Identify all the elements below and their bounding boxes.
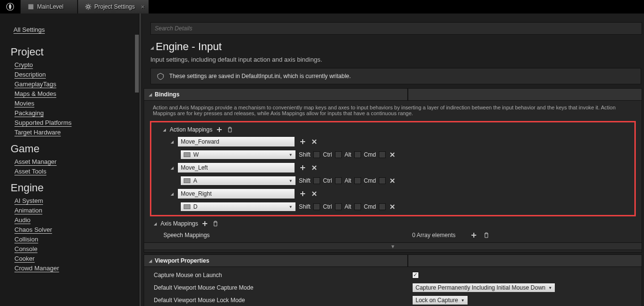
sidebar-item[interactable]: Target Hardware xyxy=(14,129,142,136)
tab-project-settings[interactable]: Project Settings ✕ xyxy=(78,0,149,13)
checkbox-alt[interactable] xyxy=(354,177,361,184)
plus-icon[interactable] xyxy=(215,126,223,133)
key-binding-row: D▼ShiftCtrlAltCmd xyxy=(153,200,632,213)
close-icon[interactable]: ✕ xyxy=(141,4,145,10)
checkbox-shift[interactable] xyxy=(313,177,320,184)
chevron-down-icon[interactable]: ◢ xyxy=(171,166,174,170)
action-mappings-row: ◢ Action Mappings xyxy=(153,124,632,135)
cmd-modifier: Cmd xyxy=(364,203,376,210)
sidebar-item[interactable]: Console xyxy=(14,245,142,253)
ctrl-modifier: Ctrl xyxy=(323,151,332,158)
plus-icon[interactable] xyxy=(470,231,478,239)
sidebar-item[interactable]: Cooker xyxy=(14,255,142,262)
shift-modifier: Shift xyxy=(299,151,310,158)
settings-sidebar: All Settings ProjectCryptoDescriptionGam… xyxy=(0,13,142,306)
category-header: Engine xyxy=(11,182,142,194)
page-title: Engine - Input xyxy=(150,40,644,53)
alt-modifier: Alt xyxy=(345,151,351,158)
plus-icon[interactable] xyxy=(201,220,209,227)
trash-icon[interactable] xyxy=(483,231,490,239)
action-name-input[interactable] xyxy=(177,162,295,173)
checkbox-capture-launch[interactable] xyxy=(412,272,419,279)
section-bindings: ◢ Bindings Action and Axis Mappings prov… xyxy=(144,88,642,253)
keyboard-icon xyxy=(184,178,190,183)
checkbox-cmd[interactable] xyxy=(379,177,386,184)
category-header: Game xyxy=(11,143,142,155)
sidebar-item[interactable]: Asset Tools xyxy=(14,168,142,175)
checkbox-ctrl[interactable] xyxy=(335,151,342,158)
cmd-modifier: Cmd xyxy=(364,151,376,158)
expand-toggle[interactable]: ▼ xyxy=(144,242,642,250)
chevron-down-icon: ▼ xyxy=(289,179,293,183)
shift-modifier: Shift xyxy=(299,177,310,184)
checkbox-cmd[interactable] xyxy=(379,203,386,210)
tab-main-level[interactable]: MainLevel xyxy=(20,0,78,13)
key-select[interactable]: W▼ xyxy=(180,150,296,160)
sidebar-item[interactable]: GameplayTags xyxy=(14,80,142,88)
sidebar-item[interactable]: Collision xyxy=(14,236,142,243)
sidebar-item[interactable]: Animation xyxy=(14,207,142,214)
checkbox-shift[interactable] xyxy=(313,151,320,158)
checkbox-ctrl[interactable] xyxy=(335,203,342,210)
section-header[interactable]: ◢ Bindings xyxy=(144,88,408,101)
plus-icon[interactable] xyxy=(299,164,307,172)
chevron-down-icon[interactable]: ◢ xyxy=(163,128,167,132)
chevron-down-icon: ◢ xyxy=(149,259,152,263)
ctrl-modifier: Ctrl xyxy=(323,177,332,184)
sidebar-item[interactable]: AI System xyxy=(14,197,142,204)
sidebar-item[interactable]: Movies xyxy=(14,100,142,107)
trash-icon[interactable] xyxy=(212,220,219,227)
checkbox-alt[interactable] xyxy=(354,203,361,210)
action-mapping-row: ◢ xyxy=(153,187,632,200)
page-subtitle: Input settings, including default input … xyxy=(150,56,644,63)
engine-logo-icon xyxy=(0,0,20,13)
chevron-down-icon[interactable]: ◢ xyxy=(154,222,158,226)
sidebar-item[interactable]: Crowd Manager xyxy=(14,265,142,272)
chevron-down-icon[interactable]: ◢ xyxy=(171,140,174,144)
remove-icon[interactable] xyxy=(310,190,318,198)
section-header-right xyxy=(408,88,642,101)
chevron-down-icon: ◢ xyxy=(149,93,152,97)
action-name-input[interactable] xyxy=(177,136,295,147)
remove-icon[interactable] xyxy=(389,151,396,159)
sidebar-item[interactable]: Maps & Modes xyxy=(14,90,142,97)
cmd-modifier: Cmd xyxy=(364,177,376,184)
remove-icon[interactable] xyxy=(389,177,396,185)
bindings-description: Action and Axis Mappings provide a mecha… xyxy=(144,103,642,119)
checkbox-alt[interactable] xyxy=(354,151,361,158)
capture-mode-select[interactable]: Capture Permanently Including Initial Mo… xyxy=(412,283,555,293)
remove-icon[interactable] xyxy=(389,203,396,211)
chevron-down-icon: ▼ xyxy=(461,298,465,303)
key-select[interactable]: A▼ xyxy=(180,176,296,186)
chevron-down-icon: ▼ xyxy=(289,205,293,209)
scrollbar-thumb[interactable] xyxy=(135,35,139,93)
action-mapping-row: ◢ xyxy=(153,135,632,148)
remove-icon[interactable] xyxy=(310,164,318,172)
checkbox-ctrl[interactable] xyxy=(335,177,342,184)
lock-mode-select[interactable]: Lock on Capture▼ xyxy=(412,295,468,305)
section-header[interactable]: ◢ Viewport Properties xyxy=(144,254,408,267)
all-settings-link[interactable]: All Settings xyxy=(13,26,45,33)
sidebar-item[interactable]: Chaos Solver xyxy=(14,226,142,233)
plus-icon[interactable] xyxy=(299,190,307,198)
checkbox-shift[interactable] xyxy=(313,203,320,210)
plus-icon[interactable] xyxy=(299,138,307,146)
search-input[interactable] xyxy=(150,22,642,35)
sidebar-item[interactable]: Crypto xyxy=(14,61,142,68)
sidebar-item[interactable]: Audio xyxy=(14,216,142,224)
sidebar-item[interactable]: Asset Manager xyxy=(14,158,142,165)
remove-icon[interactable] xyxy=(310,138,318,146)
key-binding-row: W▼ShiftCtrlAltCmd xyxy=(153,148,632,161)
category-header: Project xyxy=(11,46,142,58)
checkbox-cmd[interactable] xyxy=(379,151,386,158)
chevron-down-icon[interactable]: ◢ xyxy=(171,192,174,196)
action-name-input[interactable] xyxy=(177,188,295,199)
sidebar-item[interactable]: Supported Platforms xyxy=(14,119,142,126)
key-select[interactable]: D▼ xyxy=(180,202,296,212)
sidebar-item[interactable]: Description xyxy=(14,71,142,78)
trash-icon[interactable] xyxy=(226,126,234,133)
sidebar-item[interactable]: Packaging xyxy=(14,109,142,117)
capture-mode-row: Default Viewport Mouse Capture Mode Capt… xyxy=(144,281,642,294)
collapse-caret-icon[interactable] xyxy=(150,40,156,53)
chevron-down-icon: ▼ xyxy=(548,286,552,290)
